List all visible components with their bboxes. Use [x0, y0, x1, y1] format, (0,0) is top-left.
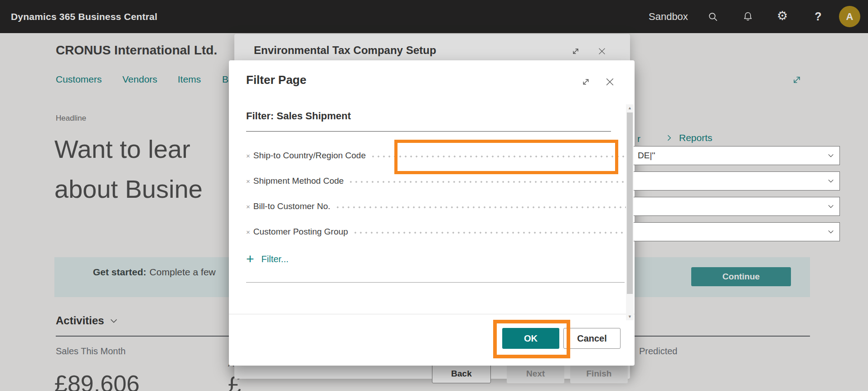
filter-row-ship-to-country: × Ship-to Country/Region Code DE|'': [246, 147, 840, 165]
close-modal-icon[interactable]: [604, 76, 614, 86]
filter-value-combobox[interactable]: [631, 222, 840, 241]
footer-divider: [229, 314, 635, 314]
scrollbar-up-icon[interactable]: ▲: [626, 105, 634, 111]
filter-field-label: Bill-to Customer No.: [253, 201, 330, 211]
scrollbar-thumb[interactable]: [627, 112, 633, 294]
filter-field-label: Ship-to Country/Region Code: [253, 151, 366, 161]
add-filter-label: Filter...: [262, 254, 289, 264]
combobox-chevron-icon[interactable]: [827, 228, 835, 236]
filter-field-label: Customer Posting Group: [253, 227, 348, 237]
filter-row-bill-to-customer: × Bill-to Customer No.: [246, 197, 840, 215]
content-divider: [246, 282, 625, 283]
remove-filter-icon[interactable]: ×: [246, 203, 250, 210]
filter-value-combobox[interactable]: DE|'': [631, 146, 840, 165]
filter-subtitle: Filter: Sales Shipment: [246, 110, 351, 122]
cancel-button[interactable]: Cancel: [563, 328, 621, 349]
ok-button[interactable]: OK: [502, 328, 559, 349]
filter-value-combobox[interactable]: [631, 197, 840, 216]
filter-page-modal: Filter Page Filter: Sales Shipment × Shi…: [229, 60, 635, 366]
remove-filter-icon[interactable]: ×: [246, 228, 250, 236]
add-filter-link[interactable]: + Filter...: [246, 253, 289, 265]
filter-row-shipment-method: × Shipment Method Code: [246, 172, 840, 190]
filter-value-text: DE|'': [638, 151, 655, 161]
filter-value-combobox[interactable]: [631, 171, 840, 191]
combobox-chevron-icon[interactable]: [827, 177, 835, 185]
dotted-leader: [348, 181, 626, 183]
remove-filter-icon[interactable]: ×: [246, 177, 250, 185]
dotted-leader: [353, 231, 626, 234]
dotted-leader: [335, 206, 626, 209]
subtitle-divider: [246, 131, 611, 132]
scrollbar-down-icon[interactable]: ▼: [626, 313, 634, 320]
expand-modal-icon[interactable]: [581, 77, 591, 87]
filter-row-customer-posting-group: × Customer Posting Group: [246, 223, 840, 241]
modal-scrollbar[interactable]: ▲ ▼: [626, 104, 634, 320]
filter-modal-title: Filter Page: [246, 73, 306, 87]
combobox-chevron-icon[interactable]: [827, 202, 835, 210]
combobox-chevron-icon[interactable]: [827, 152, 835, 160]
dotted-leader: [370, 155, 626, 158]
plus-icon: +: [246, 253, 254, 265]
filter-field-label: Shipment Method Code: [253, 176, 344, 186]
remove-filter-icon[interactable]: ×: [246, 152, 250, 160]
